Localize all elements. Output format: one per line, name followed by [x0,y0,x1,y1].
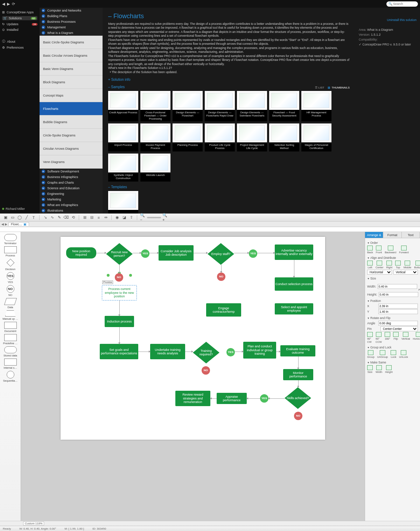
zoom-out-icon[interactable]: 🔍− [140,215,146,220]
sample-thumb[interactable]: Synthetic Object Construction [108,154,138,182]
zoom-slider[interactable] [147,217,161,218]
rect-tool-icon[interactable]: ▭ [10,215,15,220]
tab-format[interactable]: Format [383,232,401,238]
sample-thumb[interactable]: Cross-Functional Flowchart — Order Proce… [140,91,170,121]
section-samples[interactable]: Samples [108,85,350,89]
category-item[interactable]: ▸Marketing [40,197,103,202]
sample-thumb[interactable]: Website Launch [140,154,170,182]
ungroup-tool-icon[interactable]: ⊟ [89,215,94,220]
tab-text[interactable]: Text [402,232,420,238]
shadow-tool-icon[interactable]: ◪ [121,215,127,220]
sample-thumb[interactable]: HR Management Process [301,91,331,121]
node-undertake[interactable]: Undertake training needs analysis [150,344,185,359]
shape-data[interactable]: Data [2,298,19,309]
nav-fwd-icon[interactable]: ▶ [7,2,10,6]
order-backward[interactable]: Backward [385,246,396,254]
eraser-tool-icon[interactable]: ⌫ [63,215,69,220]
node-advertise[interactable]: Advertise vacancy internally and/or exte… [275,245,313,260]
sample-thumb[interactable]: Selection Sorting Method [269,123,299,151]
pointer-tool-icon[interactable]: ▣ [3,215,8,220]
shape-stored-data[interactable]: Stored data [2,346,19,357]
node-review[interactable]: Review reward strategies and remuneratio… [175,391,210,406]
distribute-tool-icon[interactable]: ⇔ [103,215,108,220]
curve-tool-icon[interactable]: ∿ [49,215,55,220]
rotate-horizontal[interactable]: Horizontal [413,332,420,344]
ellipse-tool-icon[interactable]: ◯ [17,215,22,220]
nav-preferences[interactable]: ⚙Preferences [2,46,37,49]
tab-close-icon[interactable]: ▣ [23,222,27,226]
canvas-area[interactable]: New position required Recruit new person… [21,232,365,521]
shape-no[interactable]: NONO [2,285,19,297]
node-appraise[interactable]: Appraise performance [217,393,247,404]
view-thumbs-button[interactable]: ▦THUMBNAILS [328,86,350,89]
uninstall-link[interactable]: Uninstall this solution [359,18,416,22]
sample-thumb[interactable]: Product Life Cycle Process [205,123,235,151]
group-make[interactable]: Make Same [367,361,418,364]
sample-thumb[interactable]: Credit Approval Process [108,91,138,121]
group-align[interactable]: Align and Distribute [367,256,418,260]
node-process-selected[interactable]: Process Process current employee to the … [102,285,137,300]
subcategory-item[interactable]: Basic Circular Arrows Diagrams [40,49,103,62]
rotate-flip[interactable]: Flip [393,332,399,344]
subcategory-item[interactable]: Circle-Spoke Diagrams [40,129,103,142]
zoom-label[interactable]: Custom 118% [23,522,44,525]
user-indicator[interactable]: Richard Miller [2,207,37,211]
subcategory-item[interactable]: Venn Diagrams [40,155,103,169]
nav-about[interactable]: ⓘAbout [2,39,37,44]
rotate--cw[interactable]: 90° CW [367,332,373,344]
group-order[interactable]: Order [367,241,418,245]
sample-thumb[interactable]: Design Elements — Flowchart [173,91,203,121]
align-horiz[interactable]: Horizontal [367,270,392,275]
export-tool-icon[interactable]: ⇪ [128,215,134,220]
align-top[interactable]: Top [395,261,401,269]
node-select-appoint[interactable]: Select and appoint employee [275,303,313,314]
canvas[interactable]: New position required Recruit new person… [61,237,325,440]
shape-predefine-[interactable]: Predefine … [2,334,19,345]
sample-thumb[interactable]: Project Management Life Cycle [237,123,267,151]
text-tool-icon[interactable]: T [31,215,36,220]
group-tool-icon[interactable]: ⊞ [82,215,88,220]
sample-thumb[interactable]: Planning Process [173,123,203,151]
category-item[interactable]: ▸Engineering [40,191,103,197]
rotate--[interactable]: 180° [385,332,390,344]
doc-tab[interactable]: Flowc…▣ [8,222,29,226]
node-skills-decision[interactable]: Skills achieved? [285,387,311,409]
rotate-vertical[interactable]: Vertical [401,332,410,344]
group-position[interactable]: Position [367,299,418,303]
subcategory-item[interactable]: Basic Circle-Spoke Diagrams [40,36,103,49]
subcategory-item[interactable]: Basic Venn Diagrams [40,62,103,76]
category-item[interactable]: ▸Computer and Networks [40,8,103,13]
search-input[interactable] [392,2,413,6]
height-input[interactable] [379,292,418,297]
nav-back-icon[interactable]: ◀ [2,2,5,6]
group-group[interactable]: Group [367,350,374,359]
category-item[interactable]: ▸Software Development [40,169,103,174]
tab-next-icon[interactable]: ▶ [5,222,7,226]
category-item[interactable]: ▸Graphs and Charts [40,180,103,185]
node-plan-conduct[interactable]: Plan and conduct individual or group tra… [243,342,276,359]
template-thumb[interactable] [108,191,138,213]
group-lock[interactable]: Lock [391,350,396,359]
make-size[interactable]: Size [367,365,373,374]
sample-thumb[interactable]: Flowchart — Food Security Assessment [269,91,299,121]
align-right[interactable]: Right [386,261,393,269]
sample-thumb[interactable]: Design Elements — Flowcharts Rapid Draw [205,91,235,121]
order-front[interactable]: Front [376,246,382,254]
subcategory-item[interactable]: Circular Arrows Diagrams [40,142,103,155]
node-monitor[interactable]: Monitor performance [283,369,313,380]
category-item[interactable]: ▸What is a Diagram [40,30,103,36]
shape-sequentia-[interactable]: Sequentia… [2,371,19,382]
node-new-position[interactable]: New position required [66,247,96,259]
category-item[interactable]: ▸Science and Education [40,185,103,191]
node-evaluate[interactable]: Evaluate training outcome [280,345,315,356]
no-badge[interactable]: NO [202,366,210,375]
category-item[interactable]: ▸Management [40,24,103,30]
section-templates[interactable]: Templates [108,185,350,189]
node-recruit-decision[interactable]: Recruit new person? [106,243,133,265]
nav-reload-icon[interactable]: ⟳ [12,2,15,6]
shape-yes[interactable]: YESYES [2,272,19,284]
x-input[interactable] [378,304,418,309]
align-bottom[interactable]: Bottom [414,261,420,269]
align-middle[interactable]: Middle [404,261,411,269]
sample-thumb[interactable]: Import Process [108,123,138,151]
